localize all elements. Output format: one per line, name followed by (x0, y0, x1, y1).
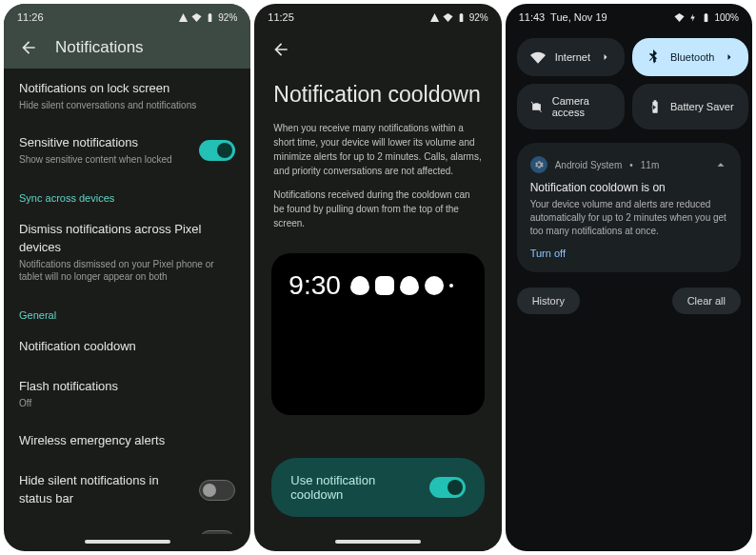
notification-body: Your device volume and alerts are reduce… (530, 198, 727, 238)
settings-list[interactable]: Notifications on lock screen Hide silent… (4, 69, 250, 534)
phone-settings-notifications: 11:26 92% Notifications Notifications on… (4, 4, 250, 551)
overflow-dot-icon (449, 284, 453, 287)
notification-shape-icon (400, 276, 419, 295)
notification-shape-icon (350, 276, 369, 295)
status-bar: 11:26 92% (4, 4, 250, 27)
status-bar: 11:43 Tue, Nov 19 100% (506, 4, 752, 30)
qs-camera-access[interactable]: Camera access (517, 84, 625, 129)
chevron-right-icon (724, 51, 735, 63)
chevron-up-icon[interactable] (714, 158, 727, 171)
setting-snooze[interactable]: Allow notification snoozing (4, 519, 250, 534)
notification-header: Android System • 11m (530, 156, 727, 173)
status-icons: 92% (429, 12, 488, 23)
use-cooldown-row[interactable]: Use notification cooldown (271, 458, 484, 517)
section-sync: Sync across devices (4, 177, 250, 209)
notification-shape-icon (425, 276, 444, 295)
bolt-icon (687, 12, 698, 23)
gear-icon (530, 156, 547, 173)
status-icons: 92% (178, 12, 237, 23)
description: When you receive many notifications with… (254, 121, 501, 240)
notification-title: Notification cooldown is on (530, 181, 727, 194)
camera-off-icon (530, 99, 543, 114)
clear-all-button[interactable]: Clear all (672, 287, 741, 314)
status-time: 11:25 (268, 11, 294, 23)
preview-illustration: 9:30 (271, 253, 484, 415)
setting-lock-screen[interactable]: Notifications on lock screen Hide silent… (4, 69, 250, 123)
status-time-date: 11:43 Tue, Nov 19 (519, 11, 607, 23)
setting-hide-silent[interactable]: Hide silent notifications in status bar (4, 461, 250, 518)
nav-handle[interactable] (335, 540, 421, 544)
nav-handle[interactable] (85, 540, 170, 544)
qs-internet[interactable]: Internet (517, 38, 625, 76)
status-bar: 11:25 92% (254, 4, 501, 27)
setting-cooldown[interactable]: Notification cooldown (4, 327, 250, 367)
wifi-icon (530, 50, 546, 65)
bluetooth-icon (646, 50, 661, 65)
status-time: 11:26 (17, 11, 44, 23)
battery-icon (205, 12, 215, 23)
toggle-sensitive[interactable] (199, 140, 235, 161)
notification-age: 11m (641, 160, 659, 170)
preview-icons (350, 276, 453, 295)
setting-flash[interactable]: Flash notifications Off (4, 367, 250, 421)
quick-settings: Internet Bluetooth Camera access Battery… (506, 30, 752, 137)
setting-dismiss-across[interactable]: Dismiss notifications across Pixel devic… (4, 209, 250, 293)
page-title: Notifications (55, 38, 144, 57)
page-title: Notification cooldown (254, 63, 501, 121)
shade-footer: History Clear all (506, 278, 752, 324)
qs-battery-saver[interactable]: Battery Saver (632, 84, 748, 129)
notification-shape-icon (375, 276, 394, 295)
battery-icon (456, 12, 467, 23)
preview-time: 9:30 (288, 270, 341, 301)
history-button[interactable]: History (517, 287, 580, 314)
toggle-hide-silent[interactable] (199, 480, 235, 501)
back-icon[interactable] (271, 40, 290, 59)
notification-action-turn-off[interactable]: Turn off (530, 248, 727, 259)
chevron-right-icon (600, 51, 611, 63)
qs-bluetooth[interactable]: Bluetooth (632, 38, 748, 76)
toggle-use-cooldown[interactable] (429, 477, 466, 498)
phone-notification-shade: 11:43 Tue, Nov 19 100% Internet Bluetoot… (506, 4, 752, 551)
phone-cooldown-detail: 11:25 92% Notification cooldown When you… (254, 4, 501, 551)
section-general: General (4, 294, 250, 327)
battery-saver-icon (646, 99, 661, 114)
toggle-snooze[interactable] (199, 530, 235, 534)
status-icons: 100% (674, 12, 739, 23)
setting-sensitive[interactable]: Sensitive notifications Show sensitive c… (4, 123, 250, 177)
battery-icon (701, 12, 711, 23)
notification-app-name: Android System (555, 160, 623, 170)
app-bar: Notifications (4, 27, 250, 69)
setting-wireless-alerts[interactable]: Wireless emergency alerts (4, 421, 250, 461)
back-icon[interactable] (19, 38, 38, 57)
notification-card[interactable]: Android System • 11m Notification cooldo… (517, 143, 741, 272)
